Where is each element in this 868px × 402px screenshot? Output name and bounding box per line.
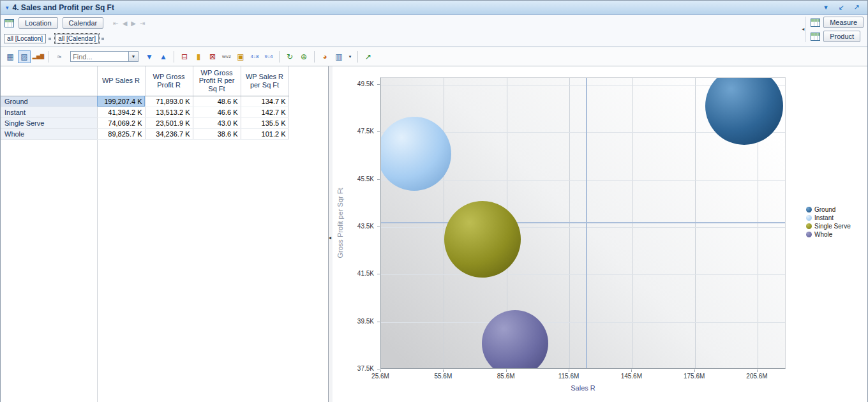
data-cell[interactable]: 43.0 K (193, 117, 241, 128)
column-icon[interactable]: ▮ (192, 50, 205, 63)
location-filter-chip[interactable]: all [Location] (4, 34, 46, 43)
x-tick-label: 145.6M (621, 373, 642, 380)
legend-item[interactable]: Whole (806, 230, 851, 239)
x-tick-mark (569, 369, 569, 372)
suppress-zeros-icon[interactable]: ⊠ (206, 50, 219, 63)
chart-type-icon[interactable]: ▥ (333, 50, 345, 63)
row-header[interactable]: Whole (1, 128, 97, 139)
chart-legend: GroundInstantSingle ServeWhole (806, 205, 851, 239)
bubble-single-serve[interactable] (444, 201, 521, 278)
data-cell[interactable]: 71,893.0 K (145, 96, 193, 107)
data-cell[interactable]: 134.7 K (241, 96, 288, 107)
table-panel: WP Sales RWP Gross Profit RWP Gross Prof… (1, 66, 328, 402)
x-tick-label: 115.6M (558, 373, 580, 380)
data-cell[interactable]: 34,236.7 K (145, 128, 193, 139)
page-navigation: ⇤ ◀ ▶ ⇥ (113, 20, 145, 27)
panel-splitter[interactable]: ◂ (328, 66, 333, 402)
product-row: Product (811, 31, 864, 42)
measure-button[interactable]: Measure (823, 17, 864, 28)
prev-page-icon[interactable]: ◀ (123, 20, 128, 27)
column-header[interactable]: WP Gross Profit R per Sq Ft (193, 66, 241, 96)
measure-row: Measure (811, 17, 864, 28)
lock-icon[interactable]: ▣ (234, 50, 247, 63)
page-title: 4. Sales and Profit per Sq Ft (13, 3, 114, 12)
find-next-icon[interactable]: ▼ (143, 50, 156, 63)
find-dropdown-icon[interactable]: ▼ (129, 51, 138, 62)
legend-swatch (806, 215, 812, 221)
maximize-window-icon[interactable]: ↗ (851, 3, 862, 11)
chart-panel: 25.6M55.6M85.6M115.6M145.6M175.6M205.6M … (333, 66, 867, 402)
row-header-corner (1, 66, 97, 96)
hierarchy-icon[interactable]: ⊟ (178, 50, 191, 63)
panel-collapse-icon[interactable]: ◂ (802, 26, 804, 32)
find-input[interactable] (70, 51, 129, 62)
y-tick-mark (377, 84, 380, 85)
data-cell[interactable]: 89,825.7 K (97, 128, 145, 139)
bar-chart-view-icon[interactable]: ▂▅▇ (32, 50, 45, 63)
splitter-collapse-icon[interactable]: ◂ (329, 235, 331, 241)
data-cell[interactable]: 38.6 K (193, 128, 241, 139)
trend-chart-icon[interactable]: ↗ (362, 50, 375, 63)
data-cell[interactable]: 101.2 K (241, 128, 288, 139)
data-cell[interactable]: 41,394.2 K (97, 107, 145, 117)
y-tick-mark (377, 322, 380, 322)
refresh-icon[interactable]: ↻ (283, 50, 296, 63)
analysis-window: ▾ 4. Sales and Profit per Sq Ft ▾ ↙ ↗ Lo… (0, 0, 868, 402)
toolbar-separator (279, 51, 280, 63)
calendar-filter-chip[interactable]: all [Calendar] (55, 34, 99, 43)
bubble-ground[interactable] (705, 77, 783, 145)
column-header[interactable]: WP Gross Profit R (145, 66, 193, 96)
data-cell[interactable]: 48.6 K (193, 96, 241, 107)
restore-window-icon[interactable]: ↙ (835, 3, 847, 11)
data-cell[interactable]: 142.7 K (241, 107, 288, 117)
legend-label: Whole (814, 231, 832, 238)
data-cell[interactable]: 13,513.2 K (145, 107, 193, 117)
data-cell[interactable]: 199,207.4 K (97, 96, 145, 107)
x-tick-mark (380, 369, 381, 372)
row-header[interactable]: Ground (1, 96, 97, 107)
location-button[interactable]: Location (19, 17, 58, 29)
data-cell[interactable]: 74,069.2 K (97, 117, 145, 128)
refresh-structure-icon[interactable]: ⊕ (297, 50, 310, 63)
add-chart-icon[interactable]: ◕ (318, 50, 331, 63)
y-tick-mark (377, 179, 380, 180)
x-tick-mark (694, 369, 695, 372)
chevron-down-icon[interactable]: ▾ (820, 3, 832, 11)
y-tick-mark (377, 369, 380, 369)
bubble-whole[interactable] (482, 310, 548, 369)
chart-type-caret-icon[interactable]: ▾ (347, 50, 354, 63)
sort-ascending-icon[interactable]: 4↓8 (248, 50, 261, 63)
y-tick-label: 49.5K (357, 80, 374, 87)
legend-item[interactable]: Instant (806, 214, 851, 222)
collapse-panel-icon[interactable]: ▾ (6, 4, 9, 11)
legend-item[interactable]: Single Serve (806, 222, 851, 230)
legend-item[interactable]: Ground (806, 205, 851, 214)
table-view-icon[interactable]: ▦ (4, 50, 17, 63)
next-page-icon[interactable]: ▶ (131, 20, 136, 27)
column-header[interactable]: WP Sales R per Sq Ft (241, 66, 288, 96)
row-header[interactable]: Instant (1, 107, 97, 117)
format-text-icon[interactable]: wvz (220, 50, 233, 63)
data-cell[interactable]: 135.5 K (241, 117, 288, 128)
chart-settings-icon[interactable]: ≈ (53, 50, 66, 63)
find-prev-icon[interactable]: ▲ (157, 50, 170, 63)
horizontal-gridline (381, 322, 785, 323)
y-tick-label: 41.5K (357, 270, 374, 277)
calendar-button[interactable]: Calendar (63, 17, 104, 29)
row-header[interactable]: Single Serve (1, 117, 97, 128)
first-page-icon[interactable]: ⇤ (113, 20, 118, 27)
bubble-instant[interactable] (380, 117, 451, 191)
chart-view-icon[interactable]: ▨ (18, 50, 31, 63)
data-cell[interactable]: 23,501.9 K (145, 117, 193, 128)
x-axis-ticks: 25.6M55.6M85.6M115.6M145.6M175.6M205.6M (380, 369, 786, 381)
column-header[interactable]: WP Sales R (97, 66, 145, 96)
x-tick-label: 205.6M (746, 373, 767, 380)
product-button[interactable]: Product (823, 31, 860, 42)
data-cell[interactable]: 46.6 K (193, 107, 241, 117)
legend-label: Instant (814, 214, 834, 221)
sort-descending-icon[interactable]: 9↓4 (262, 50, 275, 63)
x-tick-mark (506, 369, 507, 372)
x-tick-mark (443, 369, 444, 372)
chip-handle (101, 38, 104, 40)
last-page-icon[interactable]: ⇥ (140, 20, 145, 27)
